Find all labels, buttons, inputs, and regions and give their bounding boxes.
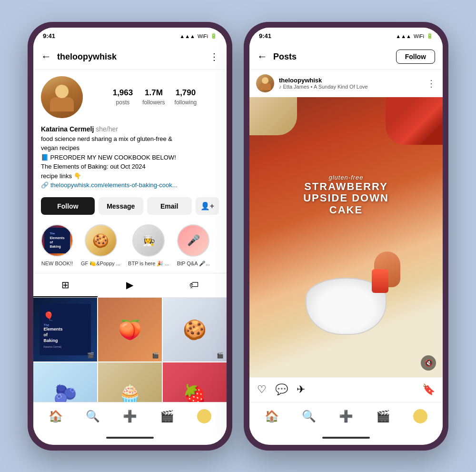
share-icon[interactable]: ✈ (297, 383, 305, 396)
book-icon: 🎈 (43, 311, 54, 321)
grid-item-1[interactable]: 🎈 The ElementsofBaking Katarina Cermelj … (33, 298, 97, 362)
posts-title: Posts (273, 52, 392, 62)
back-button-2[interactable]: ← (257, 50, 268, 63)
mute-button[interactable]: 🔇 (421, 355, 436, 371)
story-circle-3: 👩‍🍳 (132, 224, 165, 257)
story-inner-4: 🎤 (178, 225, 208, 256)
create-nav-icon[interactable]: ➕ (123, 410, 137, 423)
grid-icon: ⊞ (61, 279, 69, 291)
link-icon: 🔗 (41, 181, 49, 189)
following-count: 1,790 (175, 88, 197, 98)
comment-icon[interactable]: 💬 (275, 383, 288, 396)
posts-label: posts (116, 99, 130, 106)
stat-followers: 1.7M followers (142, 88, 165, 106)
bowl-top-decoration (249, 97, 297, 135)
story-circle-1: The Elements of Baking (41, 224, 73, 257)
grid-food-4: 🫐 (53, 383, 77, 402)
post-media: gluten-free STRAWBERRYUPSIDE DOWN CAKE 🔇 (249, 97, 443, 377)
phone-1-screen: 9:41 ▲▲▲ WiFi 🔋 ← theloopywhisk ⋮ (33, 28, 227, 445)
post-overlay-small: gluten-free (298, 174, 395, 181)
grid-item-6[interactable]: 🍓 🎬 (163, 362, 227, 402)
post-top-nav: ← Posts Follow (249, 45, 443, 70)
status-time: 9:41 (43, 32, 55, 40)
story-label-1: NEW BOOK!! (41, 261, 73, 266)
reels-nav-icon-2[interactable]: 🎬 (376, 410, 390, 423)
following-label: following (175, 99, 197, 106)
phone-2: 9:41 ▲▲▲ WiFi 🔋 ← Posts Follow theloopyw… (244, 22, 448, 451)
bottom-nav-2: 🏠 🔍 ➕ 🎬 (249, 402, 443, 431)
post-user-bar: theloopywhisk ♪ Etta James • A Sunday Ki… (249, 70, 443, 97)
story-inner-1: The Elements of Baking (42, 225, 72, 256)
battery-icon: 🔋 (210, 33, 217, 39)
grid-food-3: 🍪 (183, 319, 207, 341)
avatar-body (50, 97, 74, 111)
book-cover: 🎈 The ElementsofBaking Katarina Cermelj (40, 304, 90, 355)
grid-food-5: 🧁 (118, 383, 142, 402)
home-nav-icon-2[interactable]: 🏠 (265, 410, 279, 423)
bottom-nav-1: 🏠 🔍 ➕ 🎬 (33, 402, 227, 431)
follow-button-2[interactable]: Follow (396, 50, 435, 64)
tab-reels[interactable]: ▶ (98, 273, 162, 297)
bio-link[interactable]: 🔗 theloopywhisk.com/elements-of-baking-c… (41, 181, 219, 189)
post-more-icon[interactable]: ⋮ (426, 78, 436, 89)
profile-scroll[interactable]: 1,963 posts 1.7M followers 1,790 followi… (33, 70, 227, 402)
story-item-1[interactable]: The Elements of Baking NEW BOOK!! (41, 224, 73, 267)
bio-name-line: Katarina Cermelj she/her (41, 125, 219, 133)
create-nav-icon-2[interactable]: ➕ (339, 410, 353, 423)
actions-bar: ♡ 💬 ✈ 🔖 (249, 377, 443, 402)
message-button[interactable]: Message (99, 197, 143, 215)
status-bar-1: 9:41 ▲▲▲ WiFi 🔋 (33, 28, 227, 45)
story-circle-2: 🍪 (85, 224, 117, 257)
tab-tagged[interactable]: 🏷 (162, 273, 227, 297)
story-label-2: GF 🍋&Poppy ... (81, 261, 120, 266)
signal-icon: ▲▲▲ (179, 33, 195, 39)
home-nav-icon[interactable]: 🏠 (49, 410, 63, 423)
story-circle-4: 🎤 (177, 224, 209, 257)
tagged-icon: 🏷 (189, 280, 199, 291)
post-music: ♪ Etta James • A Sunday Kind Of Love (279, 84, 422, 90)
more-options-icon[interactable]: ⋮ (209, 51, 219, 62)
story-label-4: BtP Q&A 🎤... (177, 261, 210, 266)
post-overlay-large: STRAWBERRYUPSIDE DOWN CAKE (298, 181, 395, 216)
story-item-3[interactable]: 👩‍🍳 BTP is here 🎉 ... (128, 224, 169, 267)
grid-item-3[interactable]: 🍪 🎬 (163, 298, 227, 362)
grid-overlay-1: 🎬 (87, 352, 94, 359)
post-username[interactable]: theloopywhisk (279, 77, 422, 84)
story-label-3: BTP is here 🎉 ... (128, 261, 169, 266)
bookmark-icon[interactable]: 🔖 (422, 383, 435, 396)
back-button[interactable]: ← (41, 50, 51, 63)
photo-grid: 🎈 The ElementsofBaking Katarina Cermelj … (33, 298, 227, 402)
tab-grid[interactable]: ⊞ (33, 273, 98, 297)
home-bar-2 (322, 437, 370, 439)
signal-icon-2: ▲▲▲ (396, 33, 411, 39)
search-nav-icon[interactable]: 🔍 (86, 410, 100, 423)
profile-nav-icon[interactable] (197, 409, 211, 423)
stat-posts: 1,963 posts (113, 88, 133, 106)
stories-row: The Elements of Baking NEW BOOK!! 🍪 (33, 221, 227, 273)
bio-text: food science nerd sharing a mix of glute… (41, 134, 219, 181)
grid-overlay-2: 🎬 (152, 352, 159, 359)
avatar-image (41, 76, 83, 118)
like-icon[interactable]: ♡ (257, 383, 267, 396)
story-item-2[interactable]: 🍪 GF 🍋&Poppy ... (81, 224, 120, 267)
post-user-info: theloopywhisk ♪ Etta James • A Sunday Ki… (279, 77, 422, 90)
grid-item-4[interactable]: 🫐 🎬 (33, 362, 97, 402)
reels-nav-icon[interactable]: 🎬 (160, 410, 174, 423)
phone-2-screen: 9:41 ▲▲▲ WiFi 🔋 ← Posts Follow theloopyw… (249, 28, 443, 445)
book-author: Katarina Cermelj (43, 345, 61, 348)
grid-item-5[interactable]: 🧁 🎬 (98, 362, 162, 402)
post-text-overlay: gluten-free STRAWBERRYUPSIDE DOWN CAKE (298, 174, 395, 216)
add-user-button[interactable]: 👤+ (196, 197, 219, 215)
music-note-icon: ♪ (279, 84, 282, 90)
wifi-icon: WiFi (198, 33, 208, 39)
search-nav-icon-2[interactable]: 🔍 (302, 410, 316, 423)
story-item-4[interactable]: 🎤 BtP Q&A 🎤... (177, 224, 210, 267)
follow-button[interactable]: Follow (41, 197, 95, 215)
profile-nav-icon-2[interactable] (413, 409, 427, 423)
link-text[interactable]: theloopywhisk.com/elements-of-baking-coo… (50, 181, 178, 189)
grid-item-2[interactable]: 🍑 🎬 (98, 298, 162, 362)
profile-header: 1,963 posts 1.7M followers 1,790 followi… (33, 70, 227, 123)
status-icons-2: ▲▲▲ WiFi 🔋 (396, 33, 433, 39)
reels-icon: ▶ (126, 279, 133, 291)
email-button[interactable]: Email (147, 197, 192, 215)
